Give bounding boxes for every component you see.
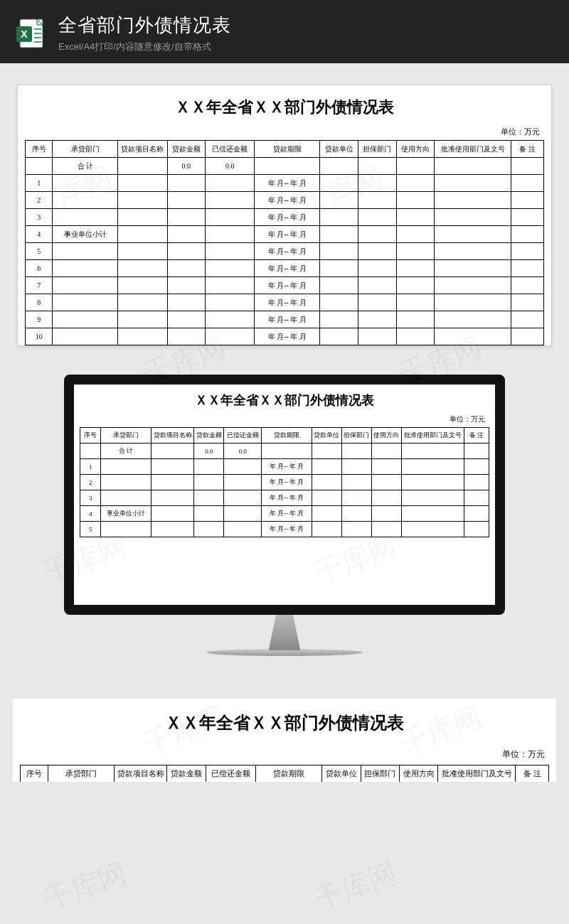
cell-seq: 1 — [80, 459, 101, 475]
cell-period: 年 月-- 年 月 — [255, 243, 320, 260]
cell-dept: 事业单位小计 — [101, 506, 151, 522]
cell-seq: 7 — [26, 277, 53, 294]
header-bar: X 全省部门外债情况表 Excel/A4打印/内容随意修改/自带格式 — [0, 0, 569, 63]
table-header-row: 序号 承贷部门 贷款项目名称 贷款金额 已偿还金额 贷款期限 贷款单位 担保部门… — [26, 141, 544, 158]
excel-file-icon: X — [14, 16, 48, 50]
monitor-mockup: ＸＸ年全省ＸＸ部门外债情况表 单位：万元 序号 承贷部门 贷款项目名称 贷款金额… — [64, 375, 505, 656]
cell-seq: 10 — [26, 328, 53, 345]
cell-period: 年 月-- 年 月 — [255, 209, 320, 226]
table-row: 8年 月-- 年 月 — [26, 294, 544, 311]
monitor-bezel: ＸＸ年全省ＸＸ部门外债情况表 单位：万元 序号 承贷部门 贷款项目名称 贷款金额… — [64, 375, 505, 615]
cell-seq: 6 — [26, 260, 53, 277]
debt-table: 序号 承贷部门 贷款项目名称 贷款金额 已偿还金额 贷款期限 贷款单位 担保部门… — [25, 140, 544, 345]
table-row: 6年 月-- 年 月 — [26, 260, 544, 277]
col-guarantee: 担保部门 — [358, 141, 397, 158]
cell-dept — [53, 175, 118, 192]
table-header-row: 序号 承贷部门 贷款项目名称 贷款金额 已偿还金额 贷款期限 贷款单位 担保部门… — [80, 428, 489, 444]
table-row: 9年 月-- 年 月 — [26, 311, 544, 328]
cell-dept — [53, 311, 118, 328]
cell-dept — [101, 475, 151, 490]
cell-seq: 5 — [80, 522, 101, 537]
cell-dept — [53, 294, 118, 311]
cell-seq: 9 — [26, 311, 53, 328]
col-dept: 承贷部门 — [53, 141, 118, 158]
cell-dept: 事业单位小计 — [53, 226, 118, 243]
cell-period: 年 月-- 年 月 — [255, 311, 320, 328]
cell-seq: 3 — [26, 209, 53, 226]
cell-dept — [53, 328, 118, 345]
debt-table-bottom: 序号 承贷部门 贷款项目名称 贷款金额 已偿还金额 贷款期限 贷款单位 担保部门… — [20, 765, 549, 782]
total-paid: 0.0 — [206, 158, 255, 175]
total-row: 合 计 0.0 0.0 — [26, 158, 544, 175]
col-loan-unit: 贷款单位 — [320, 141, 358, 158]
col-period: 贷款期限 — [255, 141, 320, 158]
table-row: 1年 月-- 年 月 — [26, 175, 544, 192]
col-project: 贷款项目名称 — [118, 141, 167, 158]
cell-seq: 4 — [26, 226, 53, 243]
watermark: 千库网 — [309, 854, 403, 920]
table-row: 5年 月-- 年 月 — [80, 522, 489, 537]
cell-dept — [101, 522, 151, 537]
table-row: 2年 月-- 年 月 — [80, 475, 489, 490]
cell-dept — [53, 243, 118, 260]
table-row: 10年 月-- 年 月 — [26, 328, 544, 345]
monitor-stand — [256, 615, 313, 650]
cell-period: 年 月-- 年 月 — [255, 175, 320, 192]
col-paid: 已偿还金额 — [206, 141, 255, 158]
header-text-block: 全省部门外债情况表 Excel/A4打印/内容随意修改/自带格式 — [58, 13, 555, 53]
table-row: 1年 月-- 年 月 — [80, 459, 489, 475]
col-approval: 批准使用部门及文号 — [435, 141, 511, 158]
cell-seq: 4 — [80, 506, 101, 522]
watermark: 千库网 — [38, 854, 132, 920]
unit-label-monitor: 单位：万元 — [80, 413, 489, 427]
cell-period: 年 月-- 年 月 — [255, 294, 320, 311]
total-row: 合 计 0.0 0.0 — [80, 444, 489, 459]
cell-period: 年 月-- 年 月 — [255, 260, 320, 277]
cell-period: 年 月-- 年 月 — [262, 490, 312, 506]
col-note: 备 注 — [511, 141, 543, 158]
col-amount: 贷款金额 — [167, 141, 206, 158]
page-subtitle: Excel/A4打印/内容随意修改/自带格式 — [58, 41, 555, 53]
unit-label-bottom: 单位：万元 — [20, 747, 549, 765]
cell-seq: 5 — [26, 243, 53, 260]
cell-dept — [53, 260, 118, 277]
col-usage: 使用方向 — [396, 141, 435, 158]
sheet-title-monitor: ＸＸ年全省ＸＸ部门外债情况表 — [80, 389, 489, 413]
cell-seq: 1 — [26, 175, 53, 192]
table-row: 5年 月-- 年 月 — [26, 243, 544, 260]
cell-dept — [53, 209, 118, 226]
cell-period: 年 月-- 年 月 — [255, 226, 320, 243]
table-header-row: 序号 承贷部门 贷款项目名称 贷款金额 已偿还金额 贷款期限 贷款单位 担保部门… — [21, 765, 549, 783]
cell-seq: 2 — [26, 192, 53, 209]
cell-dept — [53, 277, 118, 294]
cell-period: 年 月-- 年 月 — [255, 277, 320, 294]
table-row: 2年 月-- 年 月 — [26, 192, 544, 209]
table-row: 3年 月-- 年 月 — [26, 209, 544, 226]
sheet-bottom-crop: ＸＸ年全省ＸＸ部门外债情况表 单位：万元 序号 承贷部门 贷款项目名称 贷款金额… — [13, 699, 556, 782]
cell-period: 年 月-- 年 月 — [255, 192, 320, 209]
total-label: 合 计 — [53, 158, 118, 175]
sheet-title-bottom: ＸＸ年全省ＸＸ部门外债情况表 — [20, 704, 549, 747]
cell-seq: 3 — [80, 490, 101, 506]
cell-dept — [53, 192, 118, 209]
cell-period: 年 月-- 年 月 — [262, 506, 312, 522]
table-row: 4事业单位小计年 月-- 年 月 — [26, 226, 544, 243]
table-row: 4事业单位小计年 月-- 年 月 — [80, 506, 489, 522]
debt-table-monitor: 序号 承贷部门 贷款项目名称 贷款金额 已偿还金额 贷款期限 贷款单位 担保部门… — [80, 427, 489, 537]
cell-dept — [101, 490, 151, 506]
svg-text:X: X — [21, 28, 28, 40]
cell-seq: 8 — [26, 294, 53, 311]
table-row: 3年 月-- 年 月 — [80, 490, 489, 506]
cell-period: 年 月-- 年 月 — [255, 328, 320, 345]
col-seq: 序号 — [26, 141, 53, 158]
cell-period: 年 月-- 年 月 — [262, 459, 312, 475]
sheet-title: ＸＸ年全省ＸＸ部门外债情况表 — [25, 91, 544, 125]
table-row: 7年 月-- 年 月 — [26, 277, 544, 294]
cell-seq: 2 — [80, 475, 101, 490]
cell-dept — [101, 459, 151, 475]
total-amount: 0.0 — [167, 158, 206, 175]
page-title: 全省部门外债情况表 — [58, 13, 555, 38]
sheet-preview-panel: ＸＸ年全省ＸＸ部门外债情况表 单位：万元 序号 承贷部门 贷款项目名称 贷款金额… — [17, 85, 552, 346]
cell-period: 年 月-- 年 月 — [262, 475, 312, 490]
unit-label: 单位：万元 — [25, 125, 544, 140]
